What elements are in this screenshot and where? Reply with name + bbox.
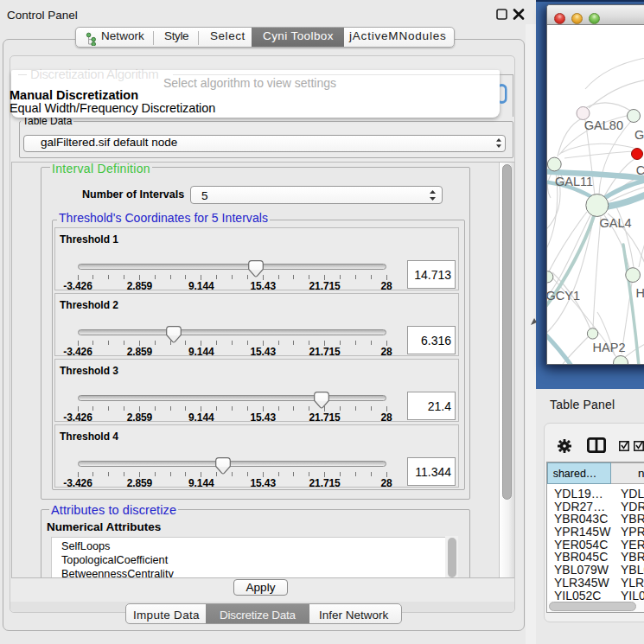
svg-text:GAL11: GAL11 [555, 175, 593, 188]
svg-text:GAL80: GAL80 [584, 118, 623, 132]
svg-text:GAL4: GAL4 [600, 216, 632, 230]
svg-text:GCY1: GCY1 [547, 289, 580, 303]
svg-text:H: H [636, 286, 644, 300]
svg-text:GA: GA [634, 128, 644, 142]
svg-text:HAP2: HAP2 [593, 341, 626, 354]
svg-text:C: C [636, 163, 644, 177]
